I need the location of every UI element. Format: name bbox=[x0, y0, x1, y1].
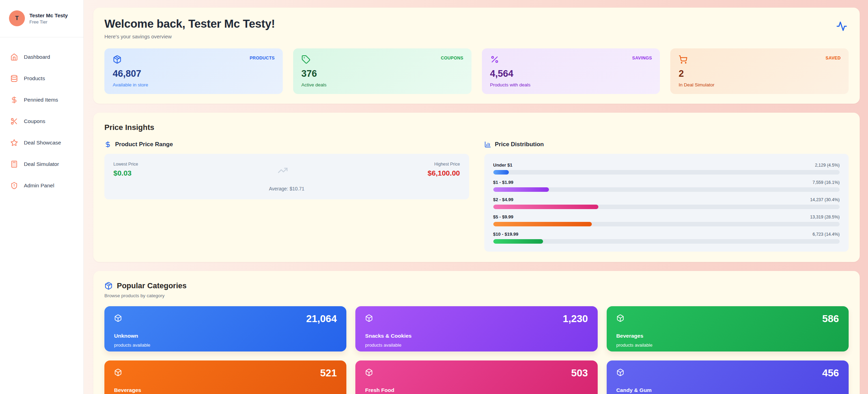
sidebar-item-label: Products bbox=[24, 75, 45, 82]
highest-price-value: $6,100.00 bbox=[428, 169, 460, 177]
dollar-sign-icon bbox=[10, 96, 18, 104]
sidebar-nav: Dashboard Products Pennied Items Coupons bbox=[8, 44, 77, 194]
stat-value: 4,564 bbox=[490, 68, 652, 79]
distribution-bar bbox=[493, 222, 592, 226]
price-range-title: Product Price Range bbox=[115, 141, 173, 148]
stat-card-coupons: COUPONS 376 Active deals bbox=[293, 48, 472, 94]
stat-caption: Products with deals bbox=[490, 82, 652, 87]
package-icon bbox=[365, 314, 588, 322]
stat-tag: PRODUCTS bbox=[250, 56, 275, 60]
sidebar-item-dashboard[interactable]: Dashboard bbox=[8, 49, 77, 65]
distribution-track bbox=[493, 239, 840, 244]
distribution-row: $10 - $19.99 6,723 (14.4%) bbox=[493, 232, 840, 244]
price-insights-card: Price Insights Product Price Range Lowes… bbox=[93, 113, 860, 262]
categories-grid: 21,064 Unknown products available 1,230 … bbox=[104, 306, 849, 394]
package-icon bbox=[365, 368, 588, 376]
user-tier: Free Tier bbox=[29, 19, 68, 25]
category-name: Fresh Food bbox=[365, 387, 588, 393]
highest-price-block: Highest Price $6,100.00 bbox=[428, 162, 460, 177]
sidebar-item-label: Dashboard bbox=[24, 54, 50, 60]
home-icon bbox=[10, 53, 18, 61]
sidebar-item-label: Deal Simulator bbox=[24, 161, 59, 167]
popular-categories-title: Popular Categories bbox=[117, 281, 187, 290]
popular-categories-subtitle: Browse products by category bbox=[104, 293, 849, 298]
distribution-row: $5 - $9.99 13,319 (28.5%) bbox=[493, 214, 840, 226]
price-insights-title: Price Insights bbox=[104, 123, 849, 132]
sidebar-item-pennied-items[interactable]: Pennied Items bbox=[8, 92, 77, 108]
package-icon bbox=[616, 314, 839, 322]
category-count: 503 bbox=[571, 367, 588, 379]
sidebar-item-coupons[interactable]: Coupons bbox=[8, 113, 77, 129]
category-card-snacks-cookies[interactable]: 1,230 Snacks & Cookies products availabl… bbox=[355, 306, 597, 351]
dollar-sign-icon bbox=[104, 141, 111, 148]
sidebar-item-deal-showcase[interactable]: Deal Showcase bbox=[8, 135, 77, 151]
stat-value: 2 bbox=[679, 68, 840, 79]
sidebar: T Tester Mc Testy Free Tier Dashboard Pr… bbox=[0, 0, 84, 394]
stats-grid: PRODUCTS 46,807 Available in store COUPO… bbox=[104, 48, 849, 94]
distribution-track bbox=[493, 222, 840, 226]
sidebar-item-admin-panel[interactable]: Admin Panel bbox=[8, 178, 77, 194]
category-name: Snacks & Cookies bbox=[365, 333, 588, 339]
calculator-icon bbox=[10, 160, 18, 168]
distribution-value: 14,237 (30.4%) bbox=[810, 197, 840, 202]
distribution-track bbox=[493, 170, 840, 175]
price-distribution-body: Under $1 2,129 (4.5%) $1 - $1.99 7,559 (… bbox=[484, 154, 849, 252]
category-caption: products available bbox=[114, 343, 337, 348]
sidebar-divider bbox=[0, 37, 83, 37]
distribution-label: $5 - $9.99 bbox=[493, 214, 514, 219]
scissors-icon bbox=[10, 118, 18, 125]
category-caption: products available bbox=[365, 343, 588, 348]
distribution-bar bbox=[493, 239, 543, 244]
distribution-row: $2 - $4.99 14,237 (30.4%) bbox=[493, 197, 840, 209]
bar-chart-icon bbox=[484, 141, 491, 148]
distribution-track bbox=[493, 205, 840, 209]
price-insights-grid: Product Price Range Lowest Price $0.03 H… bbox=[104, 141, 849, 252]
package-icon bbox=[114, 368, 337, 376]
user-profile: T Tester Mc Testy Free Tier bbox=[8, 10, 77, 26]
category-card-beverages-2[interactable]: 521 Beverages products available bbox=[104, 360, 346, 394]
category-name: Candy & Gum bbox=[616, 387, 839, 393]
stat-caption: Active deals bbox=[301, 82, 463, 87]
sidebar-item-deal-simulator[interactable]: Deal Simulator bbox=[8, 156, 77, 172]
category-card-fresh-food[interactable]: 503 Fresh Food products available bbox=[355, 360, 597, 394]
tag-icon bbox=[301, 55, 463, 64]
stat-caption: Available in store bbox=[113, 82, 274, 87]
category-card-beverages-1[interactable]: 586 Beverages products available bbox=[607, 306, 849, 351]
category-caption: products available bbox=[616, 343, 839, 348]
sidebar-item-products[interactable]: Products bbox=[8, 71, 77, 86]
price-distribution-title: Price Distribution bbox=[495, 141, 544, 148]
activity-icon bbox=[836, 21, 847, 32]
distribution-label: $2 - $4.99 bbox=[493, 197, 514, 202]
category-count: 521 bbox=[320, 367, 337, 379]
category-card-candy-gum[interactable]: 456 Candy & Gum products available bbox=[607, 360, 849, 394]
category-name: Unknown bbox=[114, 333, 337, 339]
percent-icon bbox=[490, 55, 652, 64]
distribution-value: 13,319 (28.5%) bbox=[810, 215, 840, 219]
price-range-body: Lowest Price $0.03 Highest Price $6,100.… bbox=[104, 154, 469, 199]
shopping-cart-icon bbox=[679, 55, 840, 64]
distribution-value: 6,723 (14.4%) bbox=[812, 232, 840, 237]
package-icon bbox=[104, 282, 113, 290]
popular-categories-header: Popular Categories bbox=[104, 281, 849, 290]
popular-categories-card: Popular Categories Browse products by ca… bbox=[93, 271, 860, 394]
category-card-unknown[interactable]: 21,064 Unknown products available bbox=[104, 306, 346, 351]
category-count: 1,230 bbox=[563, 313, 588, 325]
stat-tag: SAVED bbox=[825, 56, 841, 60]
stat-tag: SAVINGS bbox=[632, 56, 652, 60]
distribution-track bbox=[493, 187, 840, 192]
stat-value: 376 bbox=[301, 68, 463, 79]
distribution-value: 2,129 (4.5%) bbox=[815, 163, 840, 168]
star-icon bbox=[10, 139, 18, 147]
category-count: 456 bbox=[822, 367, 839, 379]
category-name: Beverages bbox=[114, 387, 337, 393]
shield-alert-icon bbox=[10, 182, 18, 189]
distribution-value: 7,559 (16.1%) bbox=[812, 180, 840, 185]
distribution-bar bbox=[493, 205, 599, 209]
price-distribution-header: Price Distribution bbox=[484, 141, 849, 148]
distribution-label: Under $1 bbox=[493, 162, 513, 168]
distribution-bar bbox=[493, 170, 509, 175]
avatar: T bbox=[9, 10, 25, 26]
lowest-price-block: Lowest Price $0.03 bbox=[113, 162, 138, 177]
stat-card-savings: SAVINGS 4,564 Products with deals bbox=[482, 48, 660, 94]
category-name: Beverages bbox=[616, 333, 839, 339]
